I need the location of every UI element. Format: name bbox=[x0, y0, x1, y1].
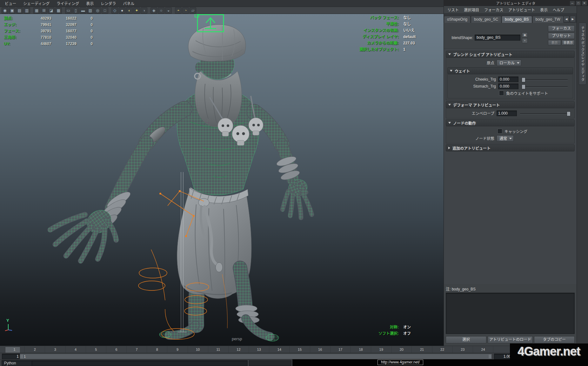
hide-button[interactable]: 非表示 bbox=[562, 40, 575, 45]
timeline-frame[interactable]: 22 bbox=[432, 346, 453, 353]
timeline-frame[interactable]: 24 bbox=[473, 346, 493, 353]
envelope-slider[interactable] bbox=[520, 110, 569, 116]
node-name-field[interactable]: body_geo_BS bbox=[475, 35, 520, 41]
select-camera-icon[interactable]: ◉ bbox=[2, 7, 8, 14]
range-grip-right[interactable] bbox=[489, 355, 491, 358]
support-negative-weights-checkbox[interactable] bbox=[499, 91, 504, 96]
safe-action-icon[interactable]: ◎ bbox=[94, 7, 101, 14]
attribute-editor-titlebar[interactable]: アトリビュート エディタ ─ □ ✕ bbox=[444, 0, 588, 6]
range-slider[interactable]: 1 bbox=[20, 354, 492, 359]
channel-box-layer-editor-tab[interactable]: チャネル ボックス/レイヤ エディタ bbox=[579, 23, 586, 85]
command-input[interactable] bbox=[32, 360, 248, 366]
timeline-frame[interactable]: 23 bbox=[453, 346, 473, 353]
lock-camera-icon[interactable]: ▣ bbox=[9, 7, 16, 14]
safe-title-icon[interactable]: □ bbox=[102, 7, 108, 14]
timeline-frame[interactable]: 18 bbox=[351, 346, 371, 353]
timeline-frame[interactable]: 13 bbox=[249, 346, 269, 353]
select-button[interactable]: 選択 bbox=[446, 336, 486, 343]
timeline-frame[interactable]: 19 bbox=[371, 346, 391, 353]
deformer-attributes-header[interactable]: デフォーマ アトリビュート bbox=[446, 101, 575, 108]
tab-scroll-right-icon[interactable]: ▶ bbox=[570, 16, 576, 22]
close-icon[interactable]: ✕ bbox=[582, 1, 587, 6]
timeline-frame[interactable]: 16 bbox=[310, 346, 331, 353]
node-state-dropdown[interactable]: 通常 bbox=[497, 135, 514, 142]
bookmark-icon[interactable]: ▥ bbox=[23, 7, 30, 14]
view-menu[interactable]: ビュー bbox=[2, 0, 19, 7]
weight-slider[interactable] bbox=[522, 77, 568, 82]
timeline-frame[interactable]: 11 bbox=[208, 346, 229, 353]
timeline-frame[interactable]: 4 bbox=[66, 346, 86, 353]
tab-body-geo-bs[interactable]: body_geo_BS bbox=[502, 16, 532, 23]
blend-shape-attributes-header[interactable]: ブレンド シェイプ アトリビュート bbox=[446, 51, 575, 58]
grease-pencil-icon[interactable]: ◪ bbox=[48, 7, 55, 14]
start-frame-field[interactable]: 1 bbox=[2, 354, 20, 359]
attribute-editor-scroll-area[interactable]: ブレンド シェイプ アトリビュート 原点 ローカル ウェ bbox=[444, 49, 577, 284]
help-menu[interactable]: ヘルプ bbox=[551, 6, 566, 13]
timeline-frame[interactable]: 9 bbox=[167, 346, 188, 353]
isolate-select-icon[interactable]: ◈ bbox=[150, 7, 157, 14]
node-behavior-header[interactable]: ノードの動作 bbox=[446, 119, 575, 126]
image-plane-icon[interactable]: ▦ bbox=[33, 7, 40, 14]
gamma-icon[interactable]: ◔ bbox=[182, 7, 189, 14]
ae-show-menu[interactable]: 表示 bbox=[538, 6, 550, 13]
2d-pan-zoom-icon[interactable]: ⊞ bbox=[41, 7, 47, 14]
timeline-frame[interactable]: 14 bbox=[269, 346, 290, 353]
timeline-frame[interactable]: 8 bbox=[147, 346, 167, 353]
envelope-value-field[interactable]: 1.000 bbox=[497, 110, 517, 116]
tab-scroll-left-icon[interactable]: ◀ bbox=[564, 16, 569, 22]
lighting-menu[interactable]: ライティング bbox=[54, 0, 82, 7]
xray-icon[interactable]: ○ bbox=[158, 7, 164, 14]
show-button[interactable]: 表示 bbox=[548, 40, 561, 45]
preset-button[interactable]: プリセット bbox=[548, 33, 575, 39]
gate-mask-icon[interactable]: ▬ bbox=[80, 7, 86, 14]
timeline-frame[interactable]: 21 bbox=[412, 346, 432, 353]
time-slider[interactable]: 1 2 3 4 5 6 7 8 9 10 11 12 bbox=[0, 346, 588, 353]
copy-tab-button[interactable]: タブのコピー bbox=[534, 336, 575, 343]
caching-checkbox[interactable] bbox=[498, 129, 502, 134]
perspective-viewport[interactable]: 頂点: 40293 16022 0 エッジ: 79941 32097 0 フェー… bbox=[0, 14, 444, 346]
timeline-frame[interactable]: 5 bbox=[86, 346, 106, 353]
load-attributes-button[interactable]: アトリビュートのロード bbox=[488, 336, 533, 343]
weight-value-field[interactable]: 0.000 bbox=[498, 83, 518, 89]
show-menu[interactable]: 表示 bbox=[83, 0, 97, 7]
timeline-frame[interactable]: 12 bbox=[229, 346, 249, 353]
selected-menu[interactable]: 選択項目 bbox=[462, 6, 481, 13]
shadows-icon[interactable]: ◑ bbox=[141, 7, 147, 14]
character-model[interactable] bbox=[0, 14, 444, 346]
focus-node-icon[interactable]: ◉ bbox=[522, 32, 528, 37]
camera-attributes-icon[interactable]: ▤ bbox=[16, 7, 23, 14]
weight-value-field[interactable]: 0.000 bbox=[498, 77, 518, 82]
focus-button[interactable]: フォーカス bbox=[548, 25, 575, 32]
shading-menu[interactable]: シェーディング bbox=[20, 0, 52, 7]
timeline-frame[interactable]: 20 bbox=[391, 346, 412, 353]
origin-dropdown[interactable]: ローカル bbox=[497, 60, 521, 66]
resolution-gate-icon[interactable]: ▯ bbox=[72, 7, 79, 14]
pin-tab-icon[interactable]: + bbox=[522, 38, 528, 43]
slider-handle[interactable] bbox=[522, 84, 525, 89]
timeline-frame[interactable]: 17 bbox=[331, 346, 351, 353]
slider-handle[interactable] bbox=[522, 77, 525, 82]
renderer-menu[interactable]: レンダラ bbox=[98, 0, 119, 7]
timeline-frame[interactable]: 6 bbox=[106, 346, 127, 353]
minimize-icon[interactable]: ─ bbox=[570, 1, 575, 6]
command-language-toggle[interactable]: Python bbox=[2, 360, 32, 366]
view-transform-icon[interactable]: ▱ bbox=[190, 7, 196, 14]
shaded-mode-icon[interactable]: ● bbox=[119, 7, 125, 14]
field-chart-icon[interactable]: ▧ bbox=[87, 7, 94, 14]
range-grip-left[interactable] bbox=[21, 355, 23, 358]
weight-slider[interactable] bbox=[522, 83, 568, 89]
notes-textarea[interactable] bbox=[446, 293, 575, 334]
attributes-menu[interactable]: アトリビュート bbox=[506, 6, 537, 13]
timeline-frame[interactable]: 15 bbox=[290, 346, 310, 353]
timeline-frame[interactable]: 3 bbox=[45, 346, 65, 353]
xray-joints-icon[interactable]: ◒ bbox=[165, 7, 172, 14]
timeline-frame[interactable]: 7 bbox=[127, 346, 147, 353]
timeline-frame[interactable]: 2 bbox=[25, 346, 45, 353]
tab-body-geo-sc[interactable]: body_geo_SC bbox=[471, 16, 501, 23]
tab-oshapeorig[interactable]: oShapeOrig bbox=[444, 16, 471, 23]
textured-mode-icon[interactable]: ◐ bbox=[126, 7, 133, 14]
list-menu[interactable]: リスト bbox=[445, 6, 461, 13]
panels-menu[interactable]: パネル bbox=[120, 0, 137, 7]
film-gate-icon[interactable]: ▭ bbox=[65, 7, 72, 14]
maximize-icon[interactable]: □ bbox=[576, 1, 581, 6]
